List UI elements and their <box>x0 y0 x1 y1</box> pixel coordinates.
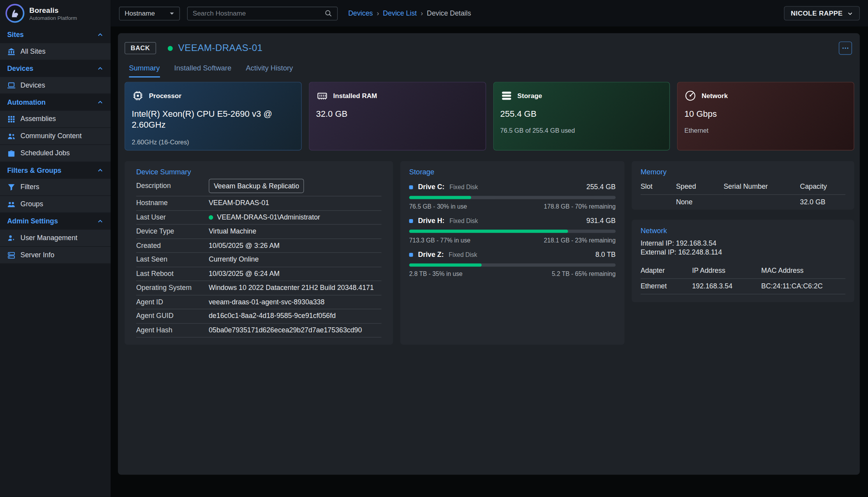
summary-row: Last Reboot 10/03/2025 @ 6:24 AM <box>136 267 382 281</box>
storage-icon <box>500 90 512 102</box>
chevron-up-icon <box>97 167 104 174</box>
storage-value: 255.4 GB <box>500 109 655 120</box>
filters-icon <box>7 183 15 191</box>
storage-panel: Storage Drive C: Fixed Disk 255.4 GB 76.… <box>400 161 625 345</box>
memory-panel-title: Memory <box>641 168 845 176</box>
back-button[interactable]: BACK <box>125 42 156 54</box>
row-label: Hostname <box>136 199 209 207</box>
nav-item-label: Scheduled Jobs <box>21 149 70 157</box>
card-label: Installed RAM <box>333 92 377 100</box>
more-options-button[interactable] <box>839 42 852 55</box>
device-title-row: BACK VEEAM-DRAAS-01 <box>125 42 854 55</box>
chevron-down-icon <box>847 10 853 16</box>
sidebar-section-admin-settings[interactable]: Admin Settings <box>0 213 111 230</box>
summary-row: Last Seen Currently Online <box>136 253 382 267</box>
online-status-dot <box>209 215 213 220</box>
device-tabs: Summary Installed Software Activity Hist… <box>125 63 854 77</box>
drive-type: Fixed Disk <box>449 251 477 258</box>
drive-row-h: Drive H: Fixed Disk 931.4 GB 713.3 GB - … <box>409 217 616 243</box>
nav-item-label: Community Content <box>21 132 82 140</box>
user-menu-button[interactable]: NICOLE RAPPE <box>784 6 860 21</box>
sidebar-item-all-sites[interactable]: All Sites <box>0 43 111 60</box>
row-label: Last Reboot <box>136 270 209 277</box>
drive-icon <box>409 219 413 223</box>
drive-remaining: 178.8 GB - 70% remaining <box>544 203 616 210</box>
drive-remaining: 218.1 GB - 23% remaining <box>544 237 616 243</box>
sidebar-item-filters[interactable]: Filters <box>0 179 111 196</box>
breadcrumb-current: Device Details <box>427 9 471 17</box>
storage-caption: 76.5 GB of 255.4 GB used <box>500 128 663 134</box>
internal-ip: Internal IP: 192.168.3.54 <box>641 240 845 248</box>
row-label: Last User <box>136 213 209 221</box>
cpu-icon <box>132 90 144 102</box>
hostname-filter-select[interactable]: Hostname <box>119 6 180 20</box>
drive-usage-bar <box>409 196 616 199</box>
device-details-panel: BACK VEEAM-DRAAS-01 Summary Installed So… <box>118 33 860 475</box>
content-area: BACK VEEAM-DRAAS-01 Summary Installed So… <box>111 26 868 497</box>
sidebar-section-filters-groups[interactable]: Filters & Groups <box>0 162 111 179</box>
nav-item-label: Assemblies <box>21 115 56 123</box>
topbar: Hostname Devices Device List Device Deta… <box>111 0 868 26</box>
sidebar-item-devices[interactable]: Devices <box>0 77 111 94</box>
row-value: VEEAM-DRAAS-01 <box>209 199 269 207</box>
row-label: Description <box>136 182 209 190</box>
sidebar: Borealis Automation Platform Sites All S… <box>0 0 111 497</box>
online-status-dot <box>168 46 173 51</box>
sidebar-item-server-info[interactable]: Server Info <box>0 247 111 264</box>
row-value: 10/03/2025 @ 6:24 AM <box>209 270 280 277</box>
tab-summary[interactable]: Summary <box>129 63 160 77</box>
search-box[interactable] <box>187 6 338 20</box>
section-label: Devices <box>7 65 33 72</box>
network-header: MAC Address <box>761 263 845 279</box>
tab-activity-history[interactable]: Activity History <box>246 63 293 77</box>
brand-subtitle: Automation Platform <box>29 15 77 21</box>
nav-item-label: User Management <box>21 234 77 242</box>
brand-home-link[interactable]: Borealis Automation Platform <box>0 0 111 26</box>
drive-used: 2.8 TB - 35% in use <box>409 270 463 277</box>
device-summary-title: Device Summary <box>136 168 382 176</box>
chevron-down-icon <box>169 11 174 16</box>
row-label: Agent Hash <box>136 326 209 334</box>
row-label: Created <box>136 242 209 249</box>
sidebar-section-sites[interactable]: Sites <box>0 26 111 43</box>
search-input[interactable] <box>193 9 320 17</box>
drive-type: Fixed Disk <box>449 184 478 190</box>
breadcrumb-devices[interactable]: Devices <box>348 9 373 17</box>
row-value: veeam-draas-01-agent-svc-8930a338 <box>209 298 324 306</box>
sidebar-item-community-content[interactable]: Community Content <box>0 128 111 145</box>
row-label: Agent GUID <box>136 312 209 320</box>
search-icon <box>324 9 332 17</box>
sidebar-section-automation[interactable]: Automation <box>0 94 111 111</box>
processor-value: Intel(R) Xeon(R) CPU E5-2690 v3 @ 2.60GH… <box>132 109 287 131</box>
sidebar-item-user-management[interactable]: User Management <box>0 230 111 247</box>
more-options-icon <box>842 44 849 52</box>
assemblies-icon <box>7 115 15 123</box>
breadcrumb-separator <box>421 9 423 17</box>
network-icon <box>685 90 697 102</box>
summary-row: Agent ID veeam-draas-01-agent-svc-8930a3… <box>136 295 382 309</box>
nav-item-label: Devices <box>21 81 45 89</box>
sidebar-item-groups[interactable]: Groups <box>0 196 111 213</box>
server-info-icon <box>7 251 15 259</box>
memory-header: Serial Number <box>724 179 800 195</box>
row-label: Operating System <box>136 284 209 292</box>
drive-size: 255.4 GB <box>586 183 616 191</box>
row-value: VEEAM-DRAAS-01\Administrator <box>209 213 320 221</box>
tab-installed-software[interactable]: Installed Software <box>174 63 231 77</box>
memory-table: Slot Speed Serial Number Capacity None 3… <box>641 179 845 210</box>
drive-used: 713.3 GB - 77% in use <box>409 237 470 243</box>
breadcrumb-separator <box>377 9 379 17</box>
row-label: Agent ID <box>136 298 209 306</box>
nav-item-label: All Sites <box>21 47 46 55</box>
description-input[interactable] <box>209 179 304 193</box>
sidebar-item-assemblies[interactable]: Assemblies <box>0 111 111 128</box>
sidebar-section-devices[interactable]: Devices <box>0 60 111 77</box>
drive-name: Drive Z: <box>418 251 444 258</box>
sidebar-item-scheduled-jobs[interactable]: Scheduled Jobs <box>0 145 111 162</box>
memory-cell-serial <box>724 195 800 209</box>
breadcrumb-device-list[interactable]: Device List <box>383 9 417 17</box>
summary-row: Operating System Windows 10 2022 Datacen… <box>136 281 382 295</box>
network-card: Network 10 Gbps Ethernet <box>677 82 854 150</box>
drive-name: Drive H: <box>418 217 444 225</box>
breadcrumb: Devices Device List Device Details <box>348 9 471 17</box>
